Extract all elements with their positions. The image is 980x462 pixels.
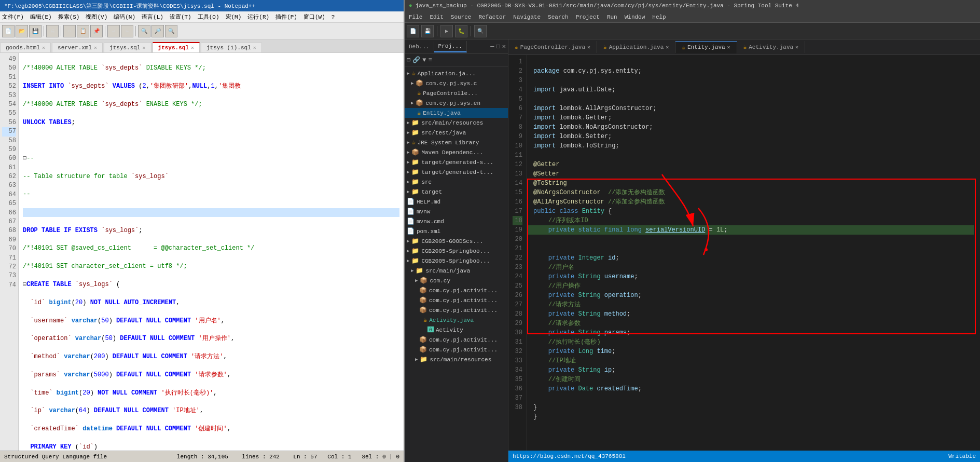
tree-com-cy-pj-sys-c[interactable]: ▶ 📦 com.cy.pj.sys.c (405, 78, 508, 88)
sts-tb-save[interactable]: 💾 (421, 25, 434, 37)
sts-menu-edit[interactable]: Edit (430, 14, 443, 20)
tb-copy[interactable]: 📋 (77, 25, 89, 37)
pe-minimize-icon[interactable]: ─ (490, 43, 494, 50)
sts-menu-file[interactable]: File (409, 14, 422, 20)
tree-src-main-resources2[interactable]: ▶ 📁 src/main/resources (405, 355, 508, 364)
tab-server-xml[interactable]: server.xml ✕ (52, 43, 103, 52)
editor-tab-pagecontroller[interactable]: ☕ PageController.java ✕ (508, 41, 597, 53)
sts-tb-new[interactable]: 📄 (407, 25, 419, 37)
tree-com-cy-pj-sys-en[interactable]: ▶ 📦 com.cy.pj.sys.en (405, 98, 508, 108)
sts-menu-project[interactable]: Project (576, 14, 600, 20)
tb-save[interactable]: 💾 (29, 25, 42, 37)
np-menubar[interactable]: 文件(F) 编辑(E) 搜索(S) 视图(V) 编码(N) 语言(L) 设置(T… (0, 11, 404, 23)
tb-find[interactable]: 🔍 (138, 25, 150, 37)
tree-com-cy-pj-activity4[interactable]: 📦 com.cy.pj.activit... (405, 335, 508, 345)
tree-jre[interactable]: ▶ ☕ JRE System Library (405, 138, 508, 147)
tb-new[interactable]: 📄 (2, 25, 15, 37)
tree-src-main-resources[interactable]: ▶ 📁 src/main/resources (405, 118, 508, 128)
tab-jtsys-active-close[interactable]: ✕ (191, 45, 194, 51)
sts-tb-search[interactable]: 🔍 (474, 25, 487, 37)
menu-tools[interactable]: 工具(O) (198, 13, 219, 21)
menu-settings[interactable]: 设置(T) (170, 13, 191, 21)
pe-menu-icon[interactable]: ≡ (428, 57, 432, 64)
tab-jtsys-1-close[interactable]: ✕ (253, 45, 256, 51)
tree-target[interactable]: ▶ 📁 target (405, 187, 508, 197)
menu-view[interactable]: 视图(V) (86, 13, 107, 21)
menu-help[interactable]: ? (332, 14, 335, 20)
editor-tab-application[interactable]: ☕ Application.java ✕ (597, 41, 675, 53)
tab-goods-html-close[interactable]: ✕ (42, 45, 45, 51)
tb-zoom-in[interactable]: 🔎 (151, 25, 164, 37)
tab-jtsys-sql-active[interactable]: jtsys.sql ✕ (153, 42, 200, 52)
tree-com-cy-pj-activity2[interactable]: 📦 com.cy.pj.activit... (405, 295, 508, 305)
tree-application-ja[interactable]: ▶ ☕ Application.ja... (405, 69, 508, 78)
tb-paste[interactable]: 📌 (90, 25, 103, 37)
tab-server-xml-close[interactable]: ✕ (94, 45, 97, 51)
tree-com-cy-pj-activity1[interactable]: 📦 com.cy.pj.activit... (405, 286, 508, 295)
tb-undo[interactable]: ↩ (107, 25, 120, 37)
np-code-content[interactable]: /*!40000 ALTER TABLE `sys_depts` DISABLE… (19, 53, 404, 451)
sts-tb-debug[interactable]: 🐛 (455, 25, 467, 37)
tree-src-test-java[interactable]: ▶ 📁 src/test/java (405, 128, 508, 138)
tb-open[interactable]: 📂 (16, 25, 28, 37)
sts-menu-search[interactable]: Search (548, 14, 569, 20)
tree-mvnw-cmd[interactable]: 📄 mvnw.cmd (405, 216, 508, 226)
tree-target-gen1[interactable]: ▶ 📁 target/generated-s... (405, 157, 508, 167)
menu-run[interactable]: 运行(R) (247, 13, 269, 21)
pe-collapse-icon[interactable]: ⊟ (407, 56, 410, 64)
tb-zoom-out[interactable]: 🔍 (165, 25, 177, 37)
tree-src-main-java[interactable]: ▶ 📁 src/main/java (405, 266, 508, 276)
sts-menubar[interactable]: File Edit Source Refactor Navigate Searc… (405, 11, 980, 23)
tab-jtsys-1-sql[interactable]: jtsys (1).sql ✕ (201, 43, 262, 52)
pe-link-icon[interactable]: 🔗 (412, 56, 420, 64)
menu-window[interactable]: 窗口(W) (303, 13, 325, 21)
sts-menu-run[interactable]: Run (607, 14, 617, 20)
sts-menu-navigate[interactable]: Navigate (513, 14, 541, 20)
sts-menu-refactor[interactable]: Refactor (478, 14, 506, 20)
tab-application-close[interactable]: ✕ (666, 44, 669, 50)
menu-search[interactable]: 搜索(S) (58, 13, 80, 21)
tree-cgb2005-goods[interactable]: ▶ 📁 CGB2005-GOODScs... (405, 236, 508, 246)
sts-menu-source[interactable]: Source (451, 14, 472, 20)
tree-entity-java[interactable]: ☕ Entity.java (405, 108, 508, 118)
pe-tree[interactable]: ▶ ☕ Application.ja... ▶ 📦 com.cy.pj.sys.… (405, 66, 508, 462)
tree-activity-class[interactable]: 🅰 Activity (405, 325, 508, 335)
tab-jtsys-sql1[interactable]: jtsys.sql ✕ (104, 43, 151, 52)
tab-goods-html[interactable]: goods.html ✕ (0, 43, 51, 52)
tb-print[interactable]: 🖨 (46, 25, 59, 37)
tree-maven[interactable]: ▶ 📦 Maven Dependenc... (405, 147, 508, 157)
tree-target-gen2[interactable]: ▶ 📁 target/generated-t... (405, 167, 508, 177)
tree-cgb2005-spring2[interactable]: ▶ 📁 CGB2005-Springboo... (405, 256, 508, 266)
tab-pagecontroller-close[interactable]: ✕ (587, 44, 590, 50)
tree-src[interactable]: ▶ 📁 src (405, 177, 508, 187)
tab-entity-close[interactable]: ✕ (727, 44, 730, 50)
tree-pom[interactable]: 📄 pom.xml (405, 226, 508, 236)
tb-cut[interactable]: ✂ (63, 25, 76, 37)
menu-encode[interactable]: 编码(N) (114, 13, 135, 21)
tree-mvnw[interactable]: 📄 mvnw (405, 207, 508, 216)
pe-maximize-icon[interactable]: □ (496, 43, 500, 50)
sts-tb-run[interactable]: ▶ (440, 25, 453, 37)
editor-code-content[interactable]: package com.cy.pj.sys.entity; import jav… (527, 55, 980, 451)
pe-close-icon[interactable]: ✕ (502, 43, 506, 50)
pe-filter-icon[interactable]: ▼ (422, 57, 426, 64)
editor-tab-entity[interactable]: ☕ Entity.java ✕ (675, 41, 737, 53)
tree-activity-java[interactable]: ☕ Activity.java (405, 315, 508, 325)
menu-plugins[interactable]: 插件(P) (275, 13, 297, 21)
menu-edit[interactable]: 编辑(E) (30, 13, 52, 21)
tree-com-cy[interactable]: ▶ 📦 com.cy (405, 276, 508, 286)
tree-cgb2005-spring1[interactable]: ▶ 📁 CGB2005-Springboo... (405, 246, 508, 256)
sts-menu-window[interactable]: Window (625, 14, 645, 20)
tree-help-md[interactable]: 📄 HELP.md (405, 197, 508, 207)
tab-jtsys-sql1-close[interactable]: ✕ (143, 45, 146, 51)
tree-pagecontroller[interactable]: ☕ PageControlle... (405, 88, 508, 98)
tb-redo[interactable]: ↪ (121, 25, 133, 37)
tree-com-cy-pj-activity5[interactable]: 📦 com.cy.pj.activit... (405, 345, 508, 355)
sts-menu-help[interactable]: Help (652, 14, 666, 20)
pe-tab-debug[interactable]: Deb... (405, 42, 434, 52)
pe-tab-project[interactable]: Proj... (434, 41, 467, 52)
tree-com-cy-pj-activity3[interactable]: 📦 com.cy.pj.activit... (405, 305, 508, 315)
menu-macro[interactable]: 宏(M) (226, 13, 242, 21)
menu-lang[interactable]: 语言(L) (142, 13, 163, 21)
menu-file[interactable]: 文件(F) (2, 13, 24, 21)
